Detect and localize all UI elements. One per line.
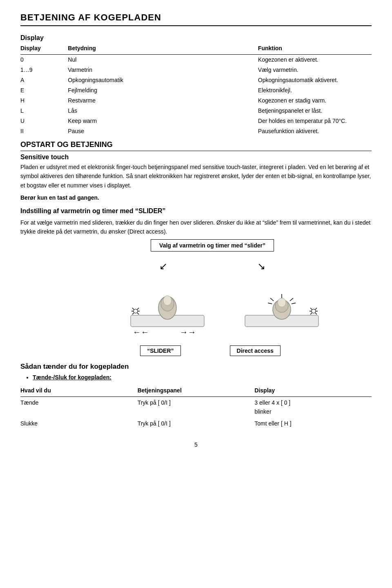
svg-point-10 xyxy=(163,296,172,305)
display-table-row: AOpkogningsautomatikOpkogningsautomatik … xyxy=(20,75,372,85)
display-table-row: IIPausePausefunktion aktiveret. xyxy=(20,126,372,136)
display-table-row: 0NulKogezonen er aktiveret. xyxy=(20,55,372,65)
svg-point-20 xyxy=(312,309,316,313)
svg-line-25 xyxy=(268,303,272,304)
opstart-section: OPSTART OG BETJENING Sensitive touch Pla… xyxy=(20,140,372,429)
slider-diagram: ←← →→ xyxy=(127,274,208,340)
taende-table-section: Hvad vil duBetjeningspanelDisplay TændeT… xyxy=(20,385,372,429)
diagrams-container: ←← →→ xyxy=(127,274,323,340)
saadan-heading: Sådan tænder du for kogepladen xyxy=(20,363,372,371)
display-table-row: UKeep warmDer holdes en temperatur på 70… xyxy=(20,116,372,126)
svg-line-26 xyxy=(290,298,293,301)
taende-sluk-heading: Tænde-/Sluk for kogepladen: xyxy=(33,374,111,381)
valg-label-box: Valg af varmetrin og timer med “slider” xyxy=(151,239,274,252)
display-section: Display DisplayBetydningFunktion0NulKoge… xyxy=(20,34,372,136)
taende-table-row: SlukkeTryk på [ 0/I ]Tomt eller [ H ] xyxy=(20,418,372,429)
display-table-row: HRestvarmeKogezonen er stadig varm. xyxy=(20,96,372,106)
svg-text:→→: →→ xyxy=(180,327,196,336)
arrow-left-down: ↙ xyxy=(159,261,167,272)
display-table-row: EFejlmeldingElektronikfejl. xyxy=(20,85,372,96)
display-heading: Display xyxy=(20,34,372,42)
page-title: BETJENING AF KOGEPLADEN xyxy=(20,12,372,26)
direct-access-svg xyxy=(241,274,323,340)
display-table: DisplayBetydningFunktion0NulKogezonen er… xyxy=(20,43,372,136)
taende-list: Tænde-/Sluk for kogepladen: xyxy=(20,374,372,381)
page-number: 5 xyxy=(20,441,372,448)
sensitive-touch-heading: Sensitive touch xyxy=(20,154,372,161)
taende-table: Hvad vil duBetjeningspanelDisplay TændeT… xyxy=(20,385,372,429)
arrow-right-down: ↘ xyxy=(257,261,265,272)
slider-label-box: “SLIDER” xyxy=(140,345,180,356)
svg-point-7 xyxy=(134,309,138,313)
svg-point-23 xyxy=(278,298,286,307)
berør-text: Berør kun en tast ad gangen. xyxy=(20,193,372,202)
slider-svg: ←← →→ xyxy=(127,274,208,340)
svg-line-24 xyxy=(270,298,274,301)
indstilling-text: For at vælge varmetrin med slideren, træ… xyxy=(20,218,372,236)
display-table-row: LLåsBetjeningspanelet er låst. xyxy=(20,106,372,116)
direct-access-diagram xyxy=(241,274,323,340)
indstilling-heading: Indstilling af varmetrin og timer med “S… xyxy=(20,207,372,215)
opstart-heading: OPSTART OG BETJENING xyxy=(20,140,372,151)
svg-line-27 xyxy=(292,303,296,304)
direct-access-label-box: Direct access xyxy=(230,345,281,356)
svg-text:←←: ←← xyxy=(133,327,149,336)
sensitive-touch-text: Pladen er udstyret med et elektronisk fi… xyxy=(20,163,372,190)
display-table-row: 1…9VarmetrinVælg varmetrin. xyxy=(20,65,372,75)
taende-table-row: TændeTryk på [ 0/I ]3 eller 4 x [ 0 ]bli… xyxy=(20,396,372,417)
